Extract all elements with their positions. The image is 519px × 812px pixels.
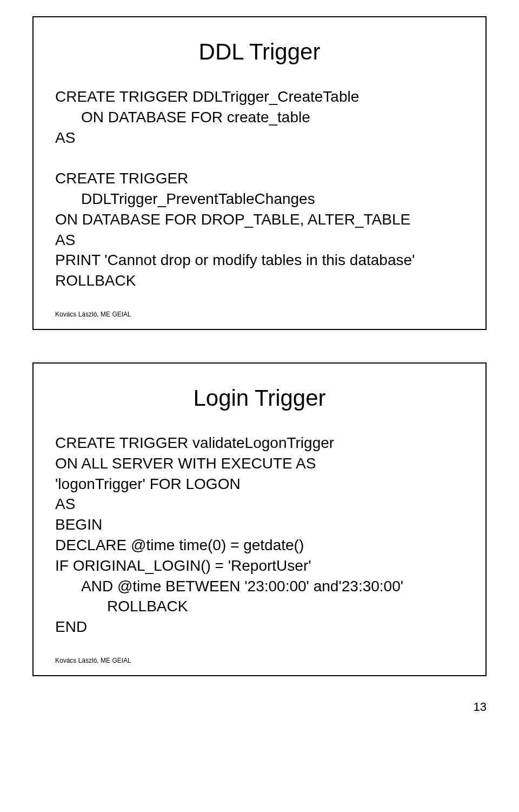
code-line: PRINT 'Cannot drop or modify tables in t… <box>55 250 464 270</box>
code-line: DDLTrigger_PreventTableChanges <box>55 189 464 209</box>
page-number: 13 <box>474 700 487 714</box>
code-line: CREATE TRIGGER <box>55 168 464 189</box>
code-line: AS <box>55 494 464 514</box>
code-line <box>55 148 464 168</box>
code-line: CREATE TRIGGER DDLTrigger_CreateTable <box>55 87 464 107</box>
code-line: ROLLBACK <box>55 596 464 617</box>
slide-1-title: DDL Trigger <box>55 39 464 65</box>
code-line: END <box>55 617 464 637</box>
code-line: DECLARE @time time(0) = getdate() <box>55 535 464 556</box>
slide-2: Login Trigger CREATE TRIGGER validateLog… <box>32 362 487 676</box>
slide-2-title: Login Trigger <box>55 385 464 411</box>
code-line: ROLLBACK <box>55 270 464 291</box>
code-line: BEGIN <box>55 514 464 535</box>
code-line: CREATE TRIGGER validateLogonTrigger <box>55 433 464 453</box>
slide-1: DDL Trigger CREATE TRIGGER DDLTrigger_Cr… <box>32 16 487 330</box>
slide-1-code: CREATE TRIGGER DDLTrigger_CreateTableON … <box>55 87 464 291</box>
code-line: ON DATABASE FOR create_table <box>55 107 464 128</box>
code-line: ON ALL SERVER WITH EXECUTE AS <box>55 453 464 474</box>
code-line: 'logonTrigger' FOR LOGON <box>55 474 464 494</box>
code-line: AS <box>55 230 464 250</box>
code-line: AND @time BETWEEN '23:00:00' and'23:30:0… <box>55 576 464 597</box>
page: DDL Trigger CREATE TRIGGER DDLTrigger_Cr… <box>0 0 519 719</box>
slide-1-footer: Kovács László, ME GEIAL <box>55 311 131 318</box>
code-line: ON DATABASE FOR DROP_TABLE, ALTER_TABLE <box>55 209 464 230</box>
slide-2-footer: Kovács László, ME GEIAL <box>55 657 131 664</box>
code-line: IF ORIGINAL_LOGIN() = 'ReportUser' <box>55 556 464 576</box>
slide-2-code: CREATE TRIGGER validateLogonTriggerON AL… <box>55 433 464 637</box>
code-line: AS <box>55 128 464 148</box>
